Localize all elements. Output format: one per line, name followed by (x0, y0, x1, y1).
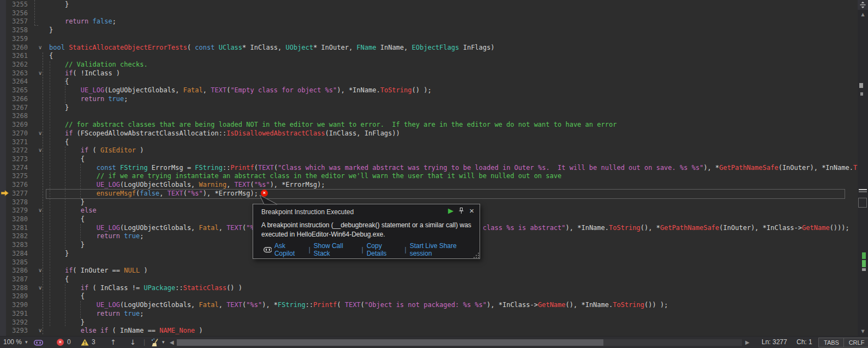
line-number: 3290 (12, 301, 28, 310)
vertical-scrollbar[interactable]: ▲ ▼ (858, 0, 868, 336)
popup-action-start-live-share-session[interactable]: Start Live Share session (410, 242, 476, 257)
line-number: 3271 (12, 138, 28, 147)
outline-collapse-chevron-icon[interactable]: ∨ (38, 284, 42, 292)
code-line-3260[interactable]: 3260∨bool StaticAllocateObjectErrorTests… (0, 44, 858, 52)
scrollbar-saved-change-mark (862, 252, 866, 259)
code-text: } (49, 26, 53, 35)
scrollbar-annotation (859, 83, 863, 88)
horizontal-scrollbar[interactable] (177, 339, 742, 346)
code-line-3270[interactable]: 3270∨ if (FScopedAllowAbstractClassAlloc… (0, 129, 858, 138)
zoom-dropdown-caret-icon[interactable]: ▾ (25, 337, 28, 348)
code-line-3287[interactable]: 3287 { (0, 275, 858, 284)
code-line-3257[interactable]: 3257 return false; (0, 17, 858, 26)
line-number: 3289 (12, 292, 28, 301)
previous-issue-arrow-icon[interactable]: ↑ (110, 337, 116, 348)
scroll-down-arrow[interactable]: ▼ (858, 329, 868, 334)
code-line-3276[interactable]: 3276 UE_LOG(LogUObjectGlobals, Warning, … (0, 181, 858, 190)
tabs-mode-button[interactable]: TABS (818, 338, 845, 347)
separator: | (143, 337, 145, 348)
line-number: 3262 (12, 61, 28, 69)
scrollbar-caret-marker (859, 191, 867, 192)
code-line-3258[interactable]: 3258} (0, 26, 858, 35)
popup-action-show-call-stack[interactable]: Show Call Stack (314, 242, 358, 257)
code-line-3268[interactable]: 3268 (0, 112, 858, 121)
code-line-3293[interactable]: 3293∨ else if ( InName == NAME_None ) (0, 327, 858, 335)
code-line-3255[interactable]: 3255 } (0, 1, 858, 9)
next-issue-arrow-icon[interactable]: ↓ (130, 337, 136, 348)
code-line-3285[interactable]: 3285 (0, 258, 858, 267)
code-text: // Validation checks. (49, 61, 148, 69)
resize-grip-icon[interactable] (473, 252, 480, 258)
cursor-line-indicator: Ln: 3277 (762, 337, 787, 348)
warning-count[interactable]: 3 (92, 337, 95, 348)
continue-execution-icon[interactable]: ▶ (448, 207, 453, 215)
code-line-3291[interactable]: 3291 return true; (0, 310, 858, 318)
code-line-3264[interactable]: 3264 { (0, 78, 858, 86)
cursor-column-indicator: Ch: 1 (797, 337, 812, 348)
copilot-status-icon[interactable] (34, 339, 43, 346)
code-line-3286[interactable]: 3286∨ if( InOuter == NULL ) (0, 267, 858, 275)
scrollbar-caret-marker (859, 189, 867, 190)
code-line-3292[interactable]: 3292 } (0, 318, 858, 327)
code-text: } (49, 1, 69, 9)
code-line-3266[interactable]: 3266 return true; (0, 95, 858, 104)
code-line-3272[interactable]: 3272∨ if ( GIsEditor ) (0, 146, 858, 155)
code-line-3275[interactable]: 3275 // if we are trying instantiate an … (0, 172, 858, 181)
code-line-3290[interactable]: 3290 UE_LOG(LogUObjectGlobals, Fatal, TE… (0, 301, 858, 310)
popup-action-ask-copilot[interactable]: Ask Copilot (264, 242, 306, 257)
code-line-3274[interactable]: 3274 const FString ErrorMsg = FString::P… (0, 164, 858, 173)
splitter-handle-icon[interactable] (858, 0, 868, 10)
horizontal-scrollbar-thumb[interactable] (177, 339, 603, 346)
popup-title: Breakpoint Instruction Executed (261, 208, 354, 216)
code-line-3256[interactable]: 3256 (0, 9, 858, 18)
outline-collapse-chevron-icon[interactable]: ∨ (38, 69, 42, 78)
line-number: 3280 (12, 215, 28, 224)
code-line-3261[interactable]: 3261{ (0, 52, 858, 61)
code-text: } (49, 104, 69, 113)
copilot-icon (264, 246, 272, 253)
pin-icon[interactable] (458, 207, 464, 214)
code-line-3259[interactable]: 3259 (0, 35, 858, 44)
code-text: { (49, 52, 53, 61)
visual-studio-editor-window: { "editor": { "colors": {"kw":"#569CD6",… (0, 0, 868, 348)
popup-callout-pointer (258, 195, 282, 205)
code-line-3265[interactable]: 3265 UE_LOG(LogUObjectGlobals, Fatal, TE… (0, 86, 858, 95)
close-icon[interactable]: × (469, 207, 474, 215)
line-number: 3261 (12, 52, 28, 61)
code-line-3269[interactable]: 3269 // for abstract classes that are be… (0, 121, 858, 129)
separator: | (362, 246, 363, 253)
code-line-3288[interactable]: 3288∨ if ( InClass != UPackage::StaticCl… (0, 284, 858, 293)
code-cleanup-caret-icon[interactable]: ▾ (162, 337, 165, 348)
outline-collapse-chevron-icon[interactable]: ∨ (38, 326, 42, 335)
outline-collapse-chevron-icon[interactable]: ∨ (38, 266, 42, 275)
code-text: if (FScopedAllowAbstractClassAllocation:… (49, 129, 400, 138)
line-ending-button[interactable]: CRLF (843, 338, 868, 347)
code-line-3262[interactable]: 3262 // Validation checks. (0, 61, 858, 69)
code-editor[interactable]: 3255 }32563257 return false;3258}3259326… (0, 0, 858, 336)
popup-action-copy-details[interactable]: Copy Details (367, 242, 402, 257)
scrollbar-annotation (862, 268, 866, 271)
error-badge-icon[interactable]: × (57, 339, 64, 346)
outline-collapse-chevron-icon[interactable]: ∨ (38, 129, 42, 138)
separator: | (405, 246, 406, 253)
line-number: 3286 (12, 267, 28, 275)
code-line-3289[interactable]: 3289 { (0, 292, 858, 301)
code-lines[interactable]: 3255 }32563257 return false;3258}3259326… (0, 1, 858, 335)
scrollbar-thumb[interactable] (858, 198, 867, 208)
scroll-up-arrow[interactable]: ▲ (858, 12, 868, 17)
warning-icon[interactable] (81, 339, 89, 346)
outline-collapse-chevron-icon[interactable]: ∨ (38, 206, 42, 215)
zoom-level-select[interactable]: 100 % (3, 337, 22, 348)
hscroll-right-arrow-icon[interactable]: ▶ (745, 337, 750, 348)
code-text: // if we are trying instantiate an abstr… (49, 172, 561, 181)
code-line-3267[interactable]: 3267 } (0, 104, 858, 113)
code-text: { (49, 292, 85, 301)
code-line-3273[interactable]: 3273 { (0, 155, 858, 164)
outline-collapse-chevron-icon[interactable]: ∨ (38, 43, 42, 52)
code-line-3263[interactable]: 3263∨ if( !InClass ) (0, 69, 858, 78)
code-line-3271[interactable]: 3271 { (0, 138, 858, 147)
hscroll-left-arrow-icon[interactable]: ◀ (170, 337, 174, 348)
error-count[interactable]: 0 (67, 337, 71, 348)
outline-collapse-chevron-icon[interactable]: ∨ (38, 146, 42, 155)
code-cleanup-broom-icon[interactable] (151, 338, 160, 347)
